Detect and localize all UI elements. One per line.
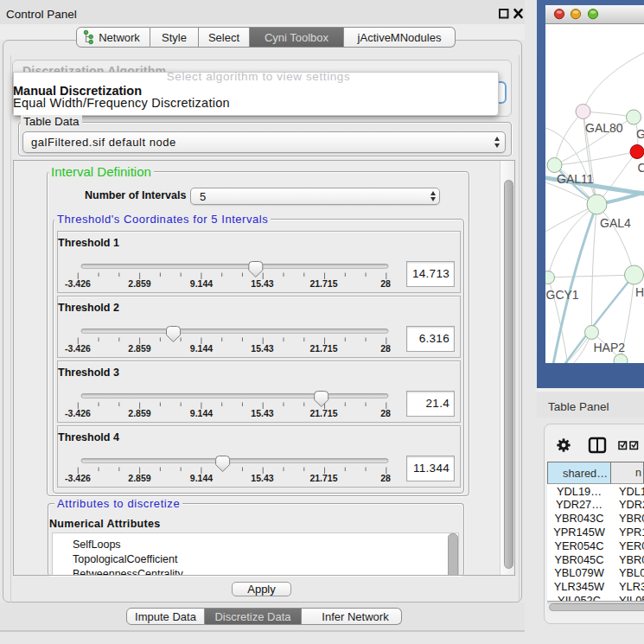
svg-text:GA: GA — [636, 127, 644, 141]
svg-text:H: H — [635, 285, 644, 299]
svg-text:GAL80: GAL80 — [585, 121, 623, 135]
svg-text:GAL4: GAL4 — [600, 216, 631, 230]
svg-text:HAP2: HAP2 — [594, 341, 626, 354]
svg-text:C: C — [638, 161, 644, 175]
svg-text:GCY1: GCY1 — [546, 288, 579, 302]
svg-text:GAL11: GAL11 — [557, 172, 594, 186]
